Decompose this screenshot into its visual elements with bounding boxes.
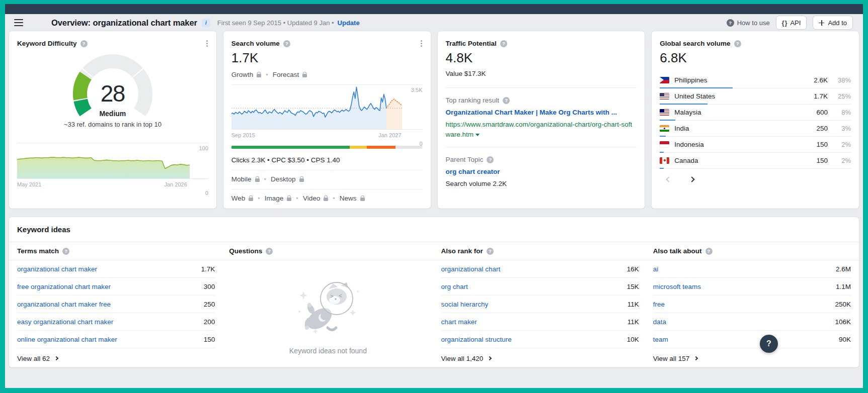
keyword-volume: 200 (204, 318, 215, 326)
keyword-link[interactable]: organizational structure (441, 336, 512, 343)
help-fab-button[interactable] (760, 335, 778, 353)
kd-level: Medium (56, 110, 169, 118)
country-volume: 150 (816, 141, 828, 148)
api-button[interactable]: API (776, 16, 807, 30)
platform-video[interactable]: Video (303, 194, 328, 202)
help-tooltip-icon[interactable] (500, 40, 507, 47)
top-result-title-link[interactable]: Organizational Chart Maker | Make Org Ch… (446, 109, 637, 116)
terms-match-column: organizational chart maker1.7Kfree organ… (17, 260, 215, 368)
bullet-separator (266, 71, 268, 78)
keyword-link[interactable]: free organizational chart maker (17, 283, 111, 290)
keyword-volume: 11K (627, 301, 639, 308)
keyword-volume: 150 (204, 336, 215, 343)
view-all-also-rank-for[interactable]: View all 1,420 (441, 348, 639, 368)
keyword-row: online organizational chart maker150 (17, 331, 215, 348)
also-talk-about-header: Also talk about (653, 242, 851, 260)
global-search-volume-card: Global search volume 6.8K Philippines2.6… (652, 31, 859, 209)
keyword-link[interactable]: ai (653, 265, 659, 273)
help-tooltip-icon[interactable] (62, 248, 69, 255)
view-all-also-talk-about[interactable]: View all 157 (653, 348, 851, 368)
keyword-link[interactable]: organizational chart maker (17, 265, 97, 273)
update-link[interactable]: Update (338, 19, 360, 27)
api-label: API (790, 19, 801, 27)
keyword-link[interactable]: chart maker (441, 318, 477, 326)
menu-icon[interactable] (14, 19, 23, 26)
keyword-link[interactable]: free (653, 301, 665, 308)
browser-top-strip (5, 4, 863, 14)
flag-indonesia-icon (660, 141, 669, 148)
kd-history-chart (17, 143, 190, 178)
growth-forecast-toggles: GrowthForecast (231, 71, 423, 78)
chevron-right-icon (488, 356, 492, 360)
keyword-link[interactable]: easy organizational chart maker (17, 318, 113, 326)
info-badge-icon[interactable] (202, 19, 210, 27)
lock-icon (360, 198, 365, 201)
keyword-volume: 16K (627, 265, 639, 273)
country-pagination (660, 175, 851, 183)
search-volume-value: 1.7K (231, 50, 423, 66)
how-to-use-link[interactable]: How to use (727, 19, 770, 27)
country-name: United States (674, 92, 715, 100)
device-toggles: MobileDesktop (231, 170, 423, 183)
keyword-link[interactable]: organizational chart (441, 265, 501, 273)
bullet-separator (258, 194, 260, 202)
parent-topic-label-row: Parent Topic (446, 156, 637, 163)
clicks-paid-segment (350, 146, 367, 149)
kebab-menu-icon[interactable] (417, 39, 426, 48)
view-all-label: View all 62 (17, 355, 50, 362)
keyword-link[interactable]: team (653, 336, 668, 343)
platform-image[interactable]: Image (265, 194, 292, 202)
top-result-url-link[interactable]: https://www.smartdraw.com/organizational… (446, 120, 637, 140)
country-row-in: India2503% (660, 121, 851, 137)
help-tooltip-icon[interactable] (81, 40, 88, 47)
help-tooltip-icon[interactable] (266, 248, 273, 255)
clicks-stats: Clicks 2.3K • CPC $3.50 • CPS 1.40 (231, 156, 423, 164)
also-rank-for-header: Also rank for (441, 242, 639, 260)
platform-news[interactable]: News (340, 194, 365, 202)
questions-header: Questions (229, 242, 427, 260)
help-tooltip-icon[interactable] (503, 97, 510, 104)
platform-web[interactable]: Web (231, 194, 254, 202)
help-tooltip-icon[interactable] (283, 40, 290, 47)
help-tooltip-icon[interactable] (487, 248, 494, 255)
device-mobile[interactable]: Mobile (231, 175, 260, 183)
help-tooltip-icon[interactable] (487, 156, 494, 163)
volume-toggle-forecast[interactable]: Forecast (273, 71, 307, 78)
also-rank-for-column: organizational chart16Korg chart15Ksocia… (441, 260, 639, 368)
keyword-volume: 300 (204, 283, 215, 290)
questions-column: Keyword ideas not found (229, 260, 427, 368)
help-tooltip-icon[interactable] (734, 40, 741, 47)
keyword-ideas-title: Keyword ideas (9, 217, 859, 242)
keyword-link[interactable]: microsoft teams (653, 283, 701, 290)
prev-page-button[interactable] (665, 175, 673, 183)
country-row-id: Indonesia1502% (660, 137, 851, 153)
keyword-link[interactable]: online organizational chart maker (17, 336, 117, 343)
volume-toggle-growth[interactable]: Growth (231, 71, 262, 78)
keyword-volume: 90K (839, 336, 851, 343)
keyword-link[interactable]: data (653, 318, 666, 326)
keyword-row: microsoft teams1.1M (653, 278, 851, 296)
add-to-button[interactable]: Add to (813, 16, 853, 30)
keyword-meta: First seen 9 Sep 2015 • Updated 9 Jan • (217, 19, 334, 27)
keyword-link[interactable]: organizational chart maker free (17, 301, 111, 308)
kebab-menu-icon[interactable] (202, 39, 211, 48)
parent-topic-link[interactable]: org chart creator (446, 168, 637, 175)
keyword-link[interactable]: org chart (441, 283, 468, 290)
country-name: India (674, 125, 689, 132)
label: Web (231, 194, 246, 202)
keyword-row: team90K (653, 331, 851, 348)
traffic-potential-card: Traffic Potential 4.8K Value $17.3K Top … (438, 31, 645, 209)
device-desktop[interactable]: Desktop (271, 175, 304, 183)
help-tooltip-icon[interactable] (705, 248, 713, 255)
search-volume-card: Search volume 1.7K GrowthForecast 3.5K 0… (223, 31, 431, 209)
keyword-link[interactable]: social hierarchy (441, 301, 489, 308)
lock-icon (302, 74, 307, 77)
keyword-row: organizational chart16K (441, 260, 639, 278)
view-all-terms-match[interactable]: View all 62 (17, 348, 215, 368)
next-page-button[interactable] (688, 175, 696, 183)
card-title: Search volume (231, 31, 423, 47)
y-axis-min-label: 0 (419, 141, 422, 147)
clicks-both-segment (367, 146, 396, 149)
url-text: https://www.smartdraw.com/organizational… (446, 121, 633, 138)
view-all-label: View all 1,420 (441, 355, 484, 362)
